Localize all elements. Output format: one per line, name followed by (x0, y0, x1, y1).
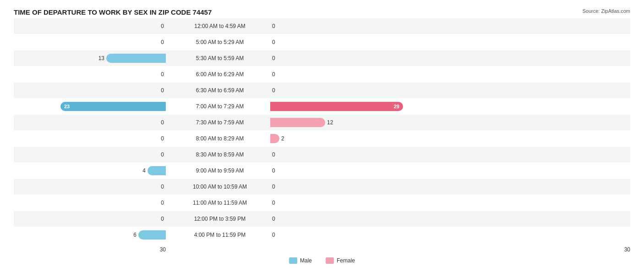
bar-row: 07:30 AM to 7:59 AM12 (14, 115, 630, 130)
female-value: 0 (272, 200, 282, 206)
female-bar (270, 134, 279, 143)
female-value: 0 (272, 55, 282, 61)
time-label: 10:00 AM to 10:59 AM (169, 184, 270, 190)
left-section: 0 (14, 134, 169, 143)
time-label: 12:00 PM to 3:59 PM (169, 216, 270, 222)
right-section: 0 (270, 70, 630, 79)
legend: Male Female (14, 257, 630, 264)
female-value: 0 (272, 167, 282, 174)
bar-row: 64:00 PM to 11:59 PM0 (14, 227, 630, 243)
left-section: 0 (14, 214, 169, 223)
legend-male: Male (289, 257, 312, 264)
axis-left-label: 30 (14, 246, 169, 253)
left-section: 0 (14, 118, 169, 127)
left-section: 23 (14, 102, 169, 111)
bar-row: 012:00 AM to 4:59 AM0 (14, 18, 630, 34)
right-section: 12 (270, 118, 630, 127)
legend-female: Female (326, 257, 355, 264)
bar-row: 05:00 AM to 5:29 AM0 (14, 34, 630, 50)
time-label: 4:00 PM to 11:59 PM (169, 232, 270, 238)
axis-right-label: 30 (270, 246, 630, 253)
bar-row: 010:00 AM to 10:59 AM0 (14, 179, 630, 195)
right-section: 2 (270, 134, 630, 143)
male-value: 0 (154, 39, 164, 45)
male-value: 0 (154, 151, 164, 158)
left-section: 0 (14, 182, 169, 191)
male-value: 13 (94, 55, 104, 61)
male-bar (106, 54, 166, 63)
right-section: 0 (270, 54, 630, 63)
left-section: 0 (14, 22, 169, 31)
chart-container: TIME OF DEPARTURE TO WORK BY SEX IN ZIP … (0, 0, 644, 273)
chart-area: 012:00 AM to 4:59 AM005:00 AM to 5:29 AM… (14, 18, 630, 243)
male-value: 0 (154, 216, 164, 222)
bar-row: 49:00 AM to 9:59 AM0 (14, 163, 630, 178)
right-section: 0 (270, 86, 630, 95)
bar-row: 011:00 AM to 11:59 AM0 (14, 195, 630, 211)
female-bar: 29 (270, 102, 403, 111)
right-section: 0 (270, 166, 630, 175)
right-section: 0 (270, 150, 630, 159)
male-value: 0 (154, 135, 164, 142)
right-section: 0 (270, 22, 630, 31)
male-bar: 23 (60, 102, 166, 111)
time-label: 8:00 AM to 8:29 AM (169, 135, 270, 142)
left-section: 0 (14, 86, 169, 95)
female-value: 0 (272, 151, 282, 158)
legend-female-icon (326, 257, 334, 264)
bar-row: 08:00 AM to 8:29 AM2 (14, 131, 630, 146)
bar-row: 08:30 AM to 8:59 AM0 (14, 147, 630, 162)
time-label: 5:00 AM to 5:29 AM (169, 39, 270, 45)
left-section: 6 (14, 230, 169, 240)
male-value: 0 (154, 184, 164, 190)
female-value: 2 (281, 135, 291, 142)
bar-row: 237:00 AM to 7:29 AM29 (14, 99, 630, 114)
left-section: 0 (14, 70, 169, 79)
time-label: 7:00 AM to 7:29 AM (169, 103, 270, 110)
time-label: 9:00 AM to 9:59 AM (169, 167, 270, 174)
male-value: 0 (154, 119, 164, 126)
time-label: 8:30 AM to 8:59 AM (169, 151, 270, 158)
time-label: 7:30 AM to 7:59 AM (169, 119, 270, 126)
right-section: 29 (270, 102, 630, 111)
right-section: 0 (270, 38, 630, 47)
right-section: 0 (270, 214, 630, 223)
female-value: 0 (272, 216, 282, 222)
male-value: 4 (136, 167, 146, 174)
left-section: 4 (14, 166, 169, 175)
time-label: 6:00 AM to 6:29 AM (169, 71, 270, 78)
female-value: 0 (272, 71, 282, 78)
bar-row: 135:30 AM to 5:59 AM0 (14, 50, 630, 66)
male-bar (147, 166, 166, 175)
female-value: 12 (327, 119, 337, 126)
male-value: 0 (154, 23, 164, 29)
legend-male-icon (289, 257, 297, 264)
right-section: 0 (270, 230, 630, 240)
male-value: 6 (126, 232, 136, 238)
time-label: 5:30 AM to 5:59 AM (169, 55, 270, 61)
left-section: 0 (14, 38, 169, 47)
legend-female-label: Female (337, 257, 355, 264)
axis-row: 30 30 (14, 246, 630, 253)
bar-row: 06:30 AM to 6:59 AM0 (14, 83, 630, 98)
female-bar (270, 118, 325, 127)
left-section: 0 (14, 198, 169, 207)
male-value: 0 (154, 87, 164, 94)
left-section: 0 (14, 150, 169, 159)
time-label: 12:00 AM to 4:59 AM (169, 23, 270, 29)
female-value: 0 (272, 87, 282, 94)
chart-title: TIME OF DEPARTURE TO WORK BY SEX IN ZIP … (14, 8, 212, 16)
male-bar (138, 230, 166, 240)
male-value: 0 (154, 71, 164, 78)
female-value: 0 (272, 23, 282, 29)
time-label: 11:00 AM to 11:59 AM (169, 200, 270, 206)
right-section: 0 (270, 182, 630, 191)
female-value: 0 (272, 184, 282, 190)
male-value: 0 (154, 200, 164, 206)
bar-row: 012:00 PM to 3:59 PM0 (14, 211, 630, 227)
legend-male-label: Male (300, 257, 312, 264)
time-label: 6:30 AM to 6:59 AM (169, 87, 270, 94)
right-section: 0 (270, 198, 630, 207)
left-section: 13 (14, 54, 169, 63)
bar-row: 06:00 AM to 6:29 AM0 (14, 67, 630, 82)
